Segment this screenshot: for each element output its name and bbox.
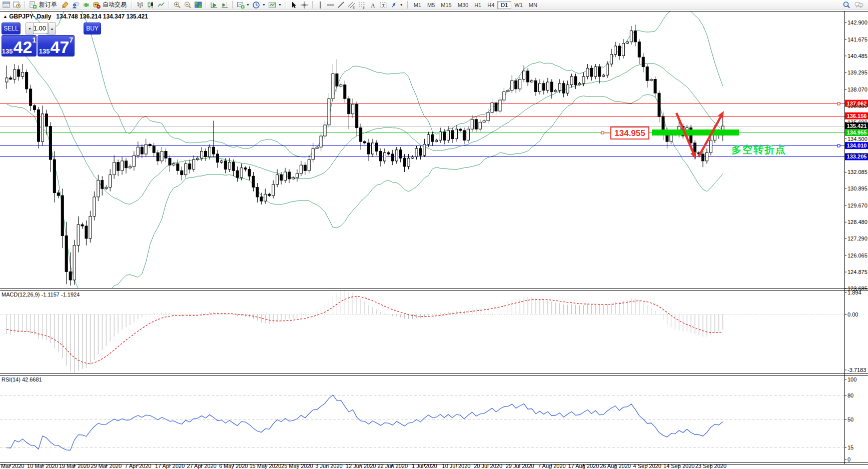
toolbar-separator — [25, 1, 25, 8]
chart-shift-icon[interactable] — [220, 0, 229, 9]
sell-price-panel[interactable]: 135 42 1 — [2, 35, 37, 56]
fibonacci-icon[interactable]: F — [358, 0, 367, 9]
buy-price-panel[interactable]: 135 47 7 — [38, 35, 75, 56]
support-zone-bar[interactable] — [652, 130, 739, 136]
toolbar-separator — [286, 1, 286, 8]
equidistant-channel-icon[interactable]: E — [347, 0, 357, 9]
price-tick-label: 127.290 — [847, 236, 867, 242]
chart-plot-area[interactable] — [0, 10, 868, 469]
price-tick-label: 140.485 — [847, 53, 867, 59]
toolbar: 新订单 自动交易 ▼ ▼ ▼ E F A T ▼ — [0, 0, 868, 10]
price-badge-text: 137.062 — [847, 100, 867, 106]
date-tick-label: 29 Mar 2020 — [91, 463, 122, 469]
rsi-tick-label: 15 — [847, 444, 853, 450]
new-order-label[interactable]: 新订单 — [39, 0, 57, 9]
timeframe-bar: M1M5M15M30H1H4D1W1MN — [411, 1, 540, 9]
volume-increase-button[interactable]: ▲ — [48, 22, 56, 34]
chat-icon[interactable] — [854, 0, 863, 9]
metaeditor-icon[interactable] — [60, 0, 70, 9]
tile-windows-icon[interactable] — [193, 0, 203, 9]
hline-endpoint-marker[interactable] — [837, 102, 840, 105]
toolbar-separator — [232, 1, 233, 8]
candlestick-icon[interactable] — [146, 0, 155, 9]
vertical-line-icon[interactable] — [316, 0, 325, 9]
auto-scroll-icon[interactable] — [209, 0, 219, 9]
hline-endpoint-marker[interactable] — [837, 144, 840, 147]
timeframe-MN[interactable]: MN — [526, 2, 540, 8]
signals-icon[interactable] — [81, 0, 91, 9]
rsi-tick-label: 100 — [847, 376, 856, 382]
macd-tick-label: 1.894 — [847, 290, 861, 296]
timeframe-M30[interactable]: M30 — [455, 2, 471, 8]
date-tick-label: 17 Aug 2020 — [568, 463, 599, 469]
new-chart-dropdown[interactable]: ▼ — [246, 3, 250, 6]
arrows-dropdown[interactable]: ▼ — [400, 3, 403, 6]
crosshair-icon[interactable] — [300, 0, 309, 9]
macd-label: MACD(12,26,9) -1.1157 -1.1924 — [2, 292, 80, 298]
data-window-icon[interactable] — [12, 0, 22, 9]
timeframe-D1[interactable]: D1 — [497, 1, 511, 9]
timeframe-H4[interactable]: H4 — [484, 2, 497, 8]
period-clock-icon[interactable] — [252, 0, 261, 9]
template-icon[interactable] — [268, 0, 277, 9]
ask-main-digits: 47 — [51, 40, 70, 54]
period-dropdown[interactable]: ▼ — [262, 3, 266, 6]
toolbar-separator — [132, 1, 132, 8]
ask-pip-digit: 7 — [69, 36, 73, 44]
price-tick-label: 124.875 — [847, 269, 867, 275]
search-icon[interactable] — [841, 0, 851, 9]
zoom-in-icon[interactable] — [172, 0, 182, 9]
chart-expand-icon[interactable]: ▲ — [3, 14, 8, 19]
new-chart-icon[interactable] — [236, 0, 245, 9]
timeframe-M15[interactable]: M15 — [438, 2, 454, 8]
date-tick-label: 4 Sep 2020 — [633, 463, 661, 469]
svg-text:F: F — [363, 6, 365, 9]
date-tick-label: 12 Jun 2020 — [346, 463, 376, 469]
price-badge-text: 134.955 — [847, 130, 867, 136]
autotrading-label[interactable]: 自动交易 — [103, 0, 127, 9]
date-tick-label: 10 Mar 2020 — [27, 463, 58, 469]
turning-point-note[interactable]: 多空转折点 — [731, 144, 786, 155]
autotrading-icon[interactable] — [92, 0, 101, 9]
rsi-tick-label: 50 — [847, 416, 853, 422]
cursor-icon[interactable] — [289, 0, 299, 9]
svg-text:A: A — [371, 2, 375, 8]
bid-pip-digit: 1 — [32, 36, 36, 44]
price-tick-label: 128.480 — [847, 219, 867, 225]
new-order-icon[interactable] — [28, 0, 38, 9]
buy-button[interactable]: BUY — [84, 22, 101, 34]
timeframe-H1[interactable]: H1 — [471, 2, 484, 8]
price-badge-text: 134.010 — [847, 142, 867, 148]
ask-prefix: 135 — [39, 48, 50, 54]
arrows-icon[interactable] — [389, 0, 399, 9]
toolbar-separator — [206, 1, 206, 8]
charts-list-icon[interactable] — [2, 0, 11, 9]
template-dropdown[interactable]: ▼ — [278, 3, 282, 6]
zoom-out-icon[interactable] — [183, 0, 192, 9]
horizontal-line-icon[interactable] — [326, 0, 336, 9]
timeframe-M5[interactable]: M5 — [424, 2, 438, 8]
date-tick-label: 7 Apr 2020 — [125, 463, 151, 469]
bid-prefix: 135 — [2, 48, 13, 54]
text-label-icon[interactable]: T — [379, 0, 388, 9]
line-chart-icon[interactable] — [156, 0, 166, 9]
chart-symbol-period: GBPJPY-,Daily — [9, 13, 51, 20]
date-tick-label: 3 Jun 2020 — [315, 463, 342, 469]
volume-input[interactable]: 1.00 — [33, 22, 48, 34]
price-tick-label: 126.065 — [847, 252, 867, 258]
mql5-community-icon[interactable] — [71, 0, 80, 9]
date-tick-label: 10 Jul 2020 — [442, 463, 471, 469]
price-tick-label: 138.070 — [847, 86, 867, 92]
mt4-terminal: 新订单 自动交易 ▼ ▼ ▼ E F A T ▼ — [0, 0, 868, 469]
toolbar-separator — [169, 1, 169, 8]
trendline-icon[interactable] — [337, 0, 346, 9]
bar-chart-icon[interactable] — [135, 0, 145, 9]
timeframe-M1[interactable]: M1 — [411, 2, 424, 8]
timeframe-W1[interactable]: W1 — [511, 2, 526, 8]
date-tick-label: 23 Sep 2020 — [695, 463, 726, 469]
toolbar-separator — [407, 1, 408, 8]
sell-button[interactable]: SELL — [2, 22, 21, 34]
chart-canvas[interactable]: 134.955多空转折点142.900141.675140.485139.295… — [0, 0, 868, 469]
date-tick-label: 20 Jul 2020 — [474, 463, 502, 469]
text-icon[interactable]: A — [368, 0, 378, 9]
